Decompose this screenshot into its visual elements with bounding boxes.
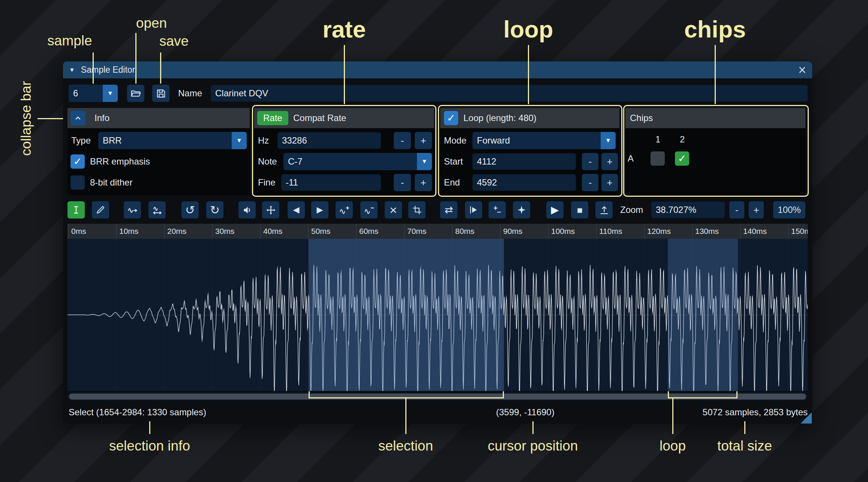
zoom-in-button[interactable]: + (749, 201, 764, 219)
mode-select[interactable]: Forward ▼ (472, 132, 616, 149)
chip-a2-checkbox[interactable]: ✓ (675, 151, 689, 166)
collapse-triangle-icon[interactable]: ▼ (69, 67, 75, 73)
dither-checkbox[interactable]: ✓ (70, 175, 85, 190)
rate-button[interactable]: Rate (257, 111, 288, 125)
zoom-out-button[interactable]: - (729, 201, 744, 219)
play-button[interactable]: ▶ (546, 201, 564, 219)
hz-plus-button[interactable]: + (415, 132, 432, 149)
normalize-button[interactable] (262, 201, 279, 219)
loop-region[interactable] (668, 239, 738, 391)
mode-value: Forward (472, 135, 601, 146)
undo-button[interactable]: ↺ (181, 201, 199, 219)
fine-minus-button[interactable]: - (394, 174, 411, 191)
chevron-down-icon[interactable]: ▼ (103, 85, 118, 102)
play-backward-button[interactable]: ◀ (288, 201, 305, 219)
brr-emphasis-checkbox[interactable]: ✓ (70, 154, 85, 169)
forward-icon: ▶ (317, 205, 323, 215)
waveform-area[interactable] (67, 239, 808, 391)
zoom-reset-button[interactable]: 100% (773, 201, 805, 219)
ruler-tick (548, 224, 549, 239)
stop-button[interactable]: ■ (571, 201, 588, 219)
name-input[interactable]: Clarinet DQV (211, 85, 808, 102)
loop-end-minus-button[interactable]: - (582, 174, 598, 191)
waveform-scrollbar[interactable] (67, 392, 808, 401)
preview-selection-button[interactable] (465, 201, 482, 219)
status-selection-info: Select (1654-2984: 1330 samples) (69, 405, 206, 420)
info-header[interactable]: Info (67, 108, 250, 128)
note-select[interactable]: C-7 ▼ (283, 153, 432, 170)
chevron-down-icon[interactable]: ▼ (232, 132, 247, 149)
undo-icon: ↺ (185, 203, 195, 217)
loop-start-input[interactable]: 4112 (472, 153, 576, 170)
selection-region[interactable] (309, 239, 504, 391)
insert-silence-button[interactable] (336, 201, 353, 219)
minus-icon: - (401, 177, 404, 189)
draw-mode-button[interactable] (92, 201, 109, 219)
ruler-label: 30ms (215, 227, 234, 236)
play-forward-button[interactable]: ▶ (311, 201, 328, 219)
apply-silence-button[interactable] (360, 201, 378, 219)
save-icon (156, 88, 166, 99)
zoom-input[interactable]: 38.7027% (651, 202, 725, 218)
ruler-tick (644, 224, 645, 239)
trim-button[interactable] (408, 201, 426, 219)
hz-minus-button[interactable]: - (394, 132, 411, 149)
reverse-button[interactable]: ⇄ (440, 201, 457, 219)
annotation-line-open (135, 33, 136, 84)
loop-start-plus-button[interactable]: + (601, 153, 618, 170)
resample-button[interactable] (148, 201, 166, 219)
create-wavetable-button[interactable] (513, 201, 530, 219)
ruler-label: 150ms (791, 227, 808, 236)
scrollbar-thumb[interactable] (69, 394, 806, 400)
time-ruler[interactable]: 0ms10ms20ms30ms40ms50ms60ms70ms80ms90ms1… (67, 224, 808, 239)
sample-selector-value: 6 (69, 88, 103, 99)
fine-plus-button[interactable]: + (415, 174, 432, 191)
chip-a1-checkbox[interactable]: ✓ (651, 151, 665, 166)
minus-icon: - (401, 135, 404, 147)
redo-button[interactable]: ↻ (206, 201, 223, 219)
ibeam-cursor-icon (71, 205, 81, 215)
fine-input[interactable]: -11 (281, 174, 381, 191)
annotation-line-save (160, 52, 161, 84)
check-icon: ✓ (447, 113, 456, 123)
plus-icon: + (420, 177, 426, 189)
chevron-down-icon[interactable]: ▼ (417, 153, 432, 170)
collapse-button[interactable] (70, 111, 85, 126)
delete-button[interactable]: × (385, 201, 402, 219)
signed-toggle-button[interactable] (489, 201, 506, 219)
chips-header-label: Chips (630, 108, 653, 128)
amplify-button[interactable] (238, 201, 256, 219)
ruler-tick (452, 224, 453, 239)
hz-input[interactable]: 33286 (277, 132, 381, 149)
status-total-size: 5072 samples, 2853 bytes (703, 405, 808, 420)
ruler-tick (500, 224, 501, 239)
annotation-selection-info: selection info (109, 438, 190, 454)
loop-enable-checkbox[interactable]: ✓ (444, 111, 458, 125)
resize-button[interactable] (124, 201, 141, 219)
resize-grip[interactable] (801, 412, 812, 424)
rate-header: Rate Compat Rate (254, 108, 434, 128)
titlebar[interactable]: ▼ Sample Editor × (63, 61, 812, 78)
close-icon[interactable]: × (798, 63, 806, 77)
annotation-loop-bottom: loop (660, 438, 686, 454)
crop-icon (412, 205, 422, 215)
status-cursor-position: (3599, -11690) (496, 405, 555, 420)
delete-icon: × (390, 203, 397, 217)
loop-start-minus-button[interactable]: - (582, 153, 598, 170)
sample-selector[interactable]: 6 ▼ (69, 85, 118, 102)
upload-button[interactable] (595, 201, 613, 219)
chevron-down-icon[interactable]: ▼ (601, 132, 616, 149)
loop-end-plus-button[interactable]: + (601, 174, 618, 191)
loop-end-input[interactable]: 4592 (472, 174, 576, 191)
chips-header: Chips (625, 108, 805, 128)
ruler-tick (788, 224, 789, 239)
hz-label: Hz (258, 132, 269, 149)
type-select[interactable]: BRR ▼ (98, 132, 247, 149)
ruler-label: 50ms (311, 227, 330, 236)
save-button[interactable] (152, 85, 169, 102)
chips-section: Chips 1 2 A ✓ ✓ (625, 108, 805, 195)
minus-icon: - (735, 204, 739, 216)
open-button[interactable] (127, 85, 144, 102)
select-mode-button[interactable] (67, 201, 85, 219)
plus-icon: + (420, 135, 426, 147)
